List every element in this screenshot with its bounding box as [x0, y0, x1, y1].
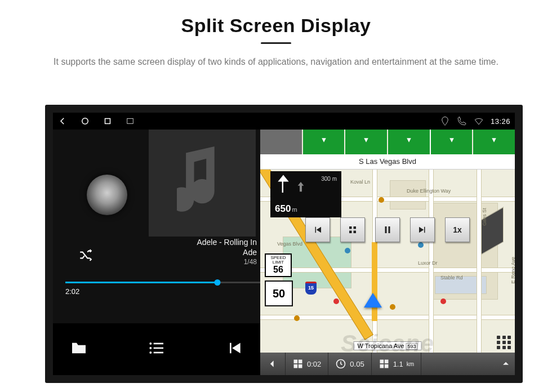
navigation-app-panel: Koval Ln Duke Ellington Way Vegas Blvd L… — [260, 130, 515, 375]
shuffle-button[interactable] — [78, 248, 93, 265]
map-label-koval: Koval Ln — [350, 179, 370, 185]
nav-footer: 0:02 0.05 1.1km — [260, 353, 515, 375]
clock: 13:26 — [491, 117, 510, 126]
map-label-stable: Stable Rd — [440, 275, 463, 280]
map-label-duke: Duke Ellington Way — [407, 188, 451, 194]
current-speed: 50 — [265, 280, 293, 306]
turn-distance: 650 — [275, 203, 291, 214]
location-icon — [440, 116, 450, 126]
album-art-placeholder — [149, 130, 256, 237]
speed-limit-sign: SPEED LIMIT 56 — [265, 253, 292, 277]
svg-rect-15 — [294, 360, 298, 364]
lane-guidance — [260, 130, 515, 154]
sim-next-button[interactable] — [410, 217, 435, 242]
svg-rect-12 — [354, 231, 357, 234]
highway-shield: 15 — [305, 282, 317, 295]
location-cursor-icon — [364, 293, 382, 308]
playback-progress[interactable] — [65, 282, 260, 283]
svg-rect-18 — [299, 364, 302, 368]
footer-progress: 0.05 — [328, 353, 371, 375]
svg-rect-6 — [154, 348, 163, 349]
previous-button[interactable] — [225, 339, 243, 359]
sim-speed-button[interactable]: 1x — [445, 217, 470, 242]
svg-point-0 — [82, 118, 88, 124]
picture-icon[interactable] — [125, 116, 135, 126]
map-label-vegasblvd: Vegas Blvd — [277, 241, 302, 247]
sim-prev-button[interactable] — [305, 217, 330, 242]
svg-rect-23 — [384, 364, 388, 368]
svg-rect-21 — [384, 360, 388, 364]
svg-rect-9 — [349, 226, 352, 229]
music-bottom-bar — [53, 323, 260, 375]
music-app-panel: Adele - Rolling In Ade 1/48 2:02 — [53, 130, 260, 375]
track-counter: 1/48 — [177, 258, 257, 266]
page-subtitle: It supports the same screen display of t… — [45, 55, 507, 68]
playlist-button[interactable] — [148, 339, 166, 359]
footer-eta: 0:02 — [286, 353, 328, 375]
svg-point-5 — [149, 347, 152, 349]
wifi-icon — [474, 116, 484, 126]
home-nav-icon[interactable] — [80, 116, 90, 126]
sim-controls: 1x — [305, 217, 470, 242]
map-label-luxor: Luxor Dr — [418, 260, 438, 266]
elapsed-time: 2:02 — [65, 287, 79, 296]
current-road-label: S Las Vegas Blvd — [260, 154, 515, 170]
nav-menu-button[interactable] — [497, 336, 511, 350]
svg-rect-8 — [154, 352, 163, 354]
back-nav-icon[interactable] — [57, 116, 68, 126]
svg-rect-20 — [380, 360, 384, 364]
svg-rect-16 — [299, 360, 302, 364]
svg-rect-10 — [354, 226, 357, 229]
next-turn-distance: 300 m — [321, 176, 337, 182]
svg-rect-14 — [389, 226, 390, 233]
status-bar: 13:26 — [53, 113, 515, 130]
map-label-giles: Giles St — [482, 208, 487, 226]
footer-expand-button[interactable] — [493, 353, 515, 375]
svg-rect-17 — [294, 364, 298, 368]
svg-rect-4 — [154, 343, 163, 345]
svg-rect-1 — [105, 119, 110, 124]
page: Split Screen Display It supports the sam… — [0, 0, 552, 392]
sim-pause-button[interactable] — [375, 217, 400, 242]
track-title: Adele - Rolling In — [177, 238, 257, 247]
svg-point-7 — [149, 351, 152, 354]
svg-rect-22 — [380, 364, 384, 368]
joystick-icon[interactable] — [87, 175, 127, 215]
tablet-frame: 13:26 Adele - Rolling In Ade 1/48 2:02 — [45, 105, 523, 383]
title-underline — [261, 42, 291, 44]
sim-stop-button[interactable] — [340, 217, 365, 242]
svg-rect-11 — [349, 231, 352, 234]
footer-back-button[interactable] — [260, 353, 286, 375]
turn-instruction: 300 m 650m — [270, 171, 341, 217]
folder-button[interactable] — [70, 339, 88, 359]
svg-rect-2 — [127, 119, 133, 124]
recent-nav-icon[interactable] — [103, 116, 113, 126]
svg-point-3 — [149, 342, 152, 345]
phone-icon — [457, 116, 467, 126]
svg-rect-13 — [385, 226, 387, 233]
track-artist: Ade — [177, 248, 257, 257]
map-label-reno: E Reno Ave — [510, 257, 515, 283]
page-title: Split Screen Display — [0, 0, 552, 37]
footer-remaining: 1.1km — [372, 353, 421, 375]
